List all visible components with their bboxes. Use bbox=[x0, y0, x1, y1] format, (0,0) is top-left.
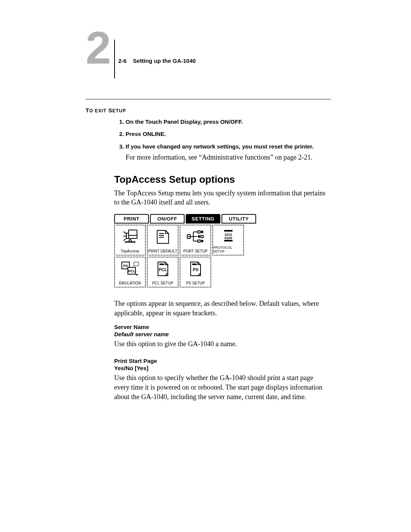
cell-port-setup: PORT SETUP bbox=[180, 225, 211, 256]
svg-rect-10 bbox=[198, 235, 200, 238]
protocol-icon: 1011 0100 bbox=[220, 228, 237, 243]
after-panel-text: The options appear in sequence, as descr… bbox=[114, 299, 331, 318]
ps-page-icon: PS bbox=[188, 260, 203, 277]
svg-text:0100: 0100 bbox=[224, 236, 232, 240]
step-1: On the Touch Panel Display, press ON/OFF… bbox=[126, 118, 331, 126]
option-body: Use this option to specify whether the G… bbox=[114, 373, 331, 401]
svg-point-4 bbox=[129, 240, 131, 242]
svg-rect-0 bbox=[129, 230, 137, 235]
option-title: Print Start Page bbox=[114, 357, 331, 365]
cell-print-default: PRINT DEFAULT bbox=[147, 225, 178, 256]
option-sub: Default server name bbox=[114, 331, 331, 337]
cell-protocol-setup: 1011 0100 PROTOCOL SETUP bbox=[212, 225, 244, 256]
option-title: Server Name bbox=[114, 323, 331, 331]
tab-print: PRINT bbox=[114, 214, 149, 224]
header-rule bbox=[114, 40, 115, 78]
page-ref: 2-6 bbox=[118, 58, 127, 64]
touch-panel-figure: PRINT ON/OFF SETTING UTILITY bbox=[114, 214, 331, 288]
printer-network-icon bbox=[121, 228, 139, 245]
cell-topaccess: TopAccess bbox=[114, 225, 146, 256]
pcl-page-icon: PCL bbox=[155, 260, 170, 277]
section-heading: TopAccess Setup options bbox=[114, 174, 331, 185]
svg-rect-9 bbox=[201, 231, 203, 233]
svg-rect-18 bbox=[224, 240, 233, 241]
empty-cell bbox=[212, 257, 244, 288]
svg-rect-12 bbox=[198, 240, 200, 242]
svg-text:PS: PS bbox=[193, 267, 198, 272]
tab-utility: UTILITY bbox=[221, 214, 256, 224]
svg-rect-1 bbox=[129, 235, 137, 238]
option-server-name: Server Name Default server name Use this… bbox=[114, 323, 331, 349]
running-head-text: Setting up the GA-1040 bbox=[133, 58, 196, 64]
cell-ps-setup: PS PS SETUP bbox=[180, 257, 211, 288]
option-print-start-page: Print Start Page Yes/No [Yes] Use this o… bbox=[114, 357, 331, 402]
option-sub: Yes/No [Yes] bbox=[114, 365, 331, 371]
page-lines-icon bbox=[154, 229, 172, 245]
cell-emulation: PS PCL EMULATION bbox=[114, 257, 146, 288]
exit-setup-steps: On the Touch Panel Display, press ON/OFF… bbox=[114, 118, 331, 162]
panel-tabs: PRINT ON/OFF SETTING UTILITY bbox=[114, 214, 331, 224]
tab-setting: SETTING bbox=[186, 214, 220, 224]
svg-rect-26 bbox=[192, 264, 197, 265]
svg-rect-24 bbox=[159, 264, 164, 265]
page-header: 2 2-6 Setting up the GA-1040 bbox=[86, 38, 331, 99]
svg-rect-11 bbox=[201, 235, 203, 238]
svg-rect-15 bbox=[224, 230, 233, 232]
option-body: Use this option to give the GA-1040 a na… bbox=[114, 339, 331, 349]
svg-rect-2 bbox=[126, 233, 129, 238]
svg-text:PCL: PCL bbox=[128, 269, 135, 273]
svg-rect-13 bbox=[201, 240, 203, 242]
header-divider bbox=[86, 99, 331, 99]
port-icon bbox=[186, 229, 205, 244]
chapter-number: 2 bbox=[86, 25, 111, 70]
step-3-body: For more information, see “Administrativ… bbox=[126, 153, 331, 162]
step-3: If you have changed any network settings… bbox=[126, 143, 331, 162]
cell-pcl-setup: PCL PCL SETUP bbox=[147, 257, 178, 288]
running-head: 2-6 Setting up the GA-1040 bbox=[118, 58, 196, 64]
svg-text:PCL: PCL bbox=[159, 267, 167, 272]
tab-onoff: ON/OFF bbox=[150, 214, 185, 224]
step-2: Press ONLINE. bbox=[126, 130, 331, 138]
section-intro: The TopAccess Setup menu lets you specif… bbox=[114, 189, 331, 208]
svg-rect-8 bbox=[198, 231, 200, 233]
svg-text:PS: PS bbox=[123, 264, 127, 268]
svg-rect-23 bbox=[134, 262, 139, 266]
emulation-icon: PS PCL bbox=[120, 260, 140, 277]
exit-setup-title: TO EXIT SETUP bbox=[86, 107, 331, 113]
